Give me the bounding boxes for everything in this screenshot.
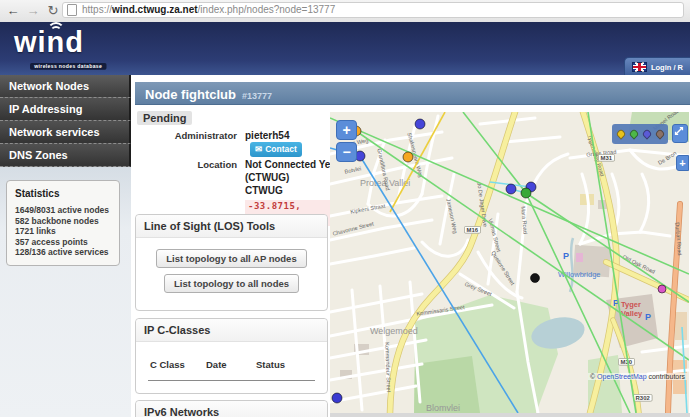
ipc-columns: C ClassDateStatus (150, 354, 327, 372)
ip-c-classes-panel: IP C-Classes C ClassDateStatus (135, 318, 328, 394)
marker-legend-toolbar[interactable] (612, 124, 668, 144)
ipc-column-header: Date (206, 359, 256, 370)
site-logo[interactable]: wind (14, 26, 84, 59)
table-divider (148, 380, 315, 381)
statistic-item: 1721 links (7, 226, 119, 237)
site-tagline: wireless nodes database (30, 63, 106, 70)
sidebar: Network NodesIP AddressingNetwork servic… (0, 75, 131, 417)
browser-toolbar: ← → ↻ https://wind.ctwug.za.net/index.ph… (0, 0, 690, 23)
url-host: wind.ctwug.za.net (112, 3, 198, 17)
contact-button[interactable]: ✉Contact (250, 142, 302, 157)
page-bottom-edge (330, 413, 690, 417)
statistic-item: 582 backbone nodes (7, 216, 119, 227)
statistics-title: Statistics (7, 186, 119, 205)
reload-icon[interactable]: ↻ (44, 2, 62, 20)
envelope-icon: ✉ (255, 144, 262, 154)
page-icon (67, 4, 77, 16)
url-scheme: https:// (82, 3, 112, 17)
statistics-list: 1649/8031 active nodes582 backbone nodes… (7, 205, 119, 258)
los-tools-panel: Line of Sight (LOS) Tools List topology … (135, 214, 328, 311)
ipv6-networks-title: IPv6 Networks (136, 401, 327, 417)
openstreetmap-link[interactable]: OpenStreetMap (597, 373, 646, 380)
marker-pin-icon[interactable] (615, 128, 626, 139)
field-administrator: Administrator pieterh54✉Contact (137, 129, 337, 157)
ip-c-classes-title: IP C-Classes (136, 319, 327, 342)
sidebar-item-network-services[interactable]: Network services (0, 121, 131, 144)
los-buttons: List topology to all AP nodesList topolo… (136, 249, 327, 293)
zoom-in-button[interactable]: + (336, 120, 357, 140)
add-layer-button[interactable]: + (676, 155, 689, 171)
location-line-1: Not Connected Yet (CTWUG) (245, 158, 337, 184)
map-tiles (330, 112, 689, 413)
node-id: #13777 (242, 91, 272, 101)
login-tab[interactable]: Login / R (624, 57, 690, 76)
sidebar-item-dns-zones[interactable]: DNS Zones (0, 144, 131, 167)
url-path: /index.php/nodes?node=13777 (198, 3, 336, 17)
statistic-item: 357 access points (7, 237, 119, 248)
statistics-panel: Statistics 1649/8031 active nodes582 bac… (6, 180, 120, 266)
zoom-out-button[interactable]: − (336, 142, 357, 162)
los-tools-title: Line of Sight (LOS) Tools (136, 215, 327, 238)
main-content: Node fightclub#13777 Pending Administrat… (131, 75, 690, 417)
node-title-bar: Node fightclub#13777 (135, 82, 690, 105)
site-header: wind wireless nodes database Login / R (0, 22, 690, 75)
login-label: Login / R (651, 63, 683, 72)
field-label: Administrator (137, 129, 245, 157)
marker-pin-icon[interactable] (628, 128, 639, 139)
marker-pin-icon[interactable] (654, 128, 665, 139)
ipv6-networks-panel: IPv6 Networks (135, 400, 328, 417)
sidebar-item-network-nodes[interactable]: Network Nodes (0, 75, 131, 98)
sidebar-menu: Network NodesIP AddressingNetwork servic… (0, 75, 131, 167)
back-arrow-icon[interactable]: ← (4, 2, 22, 20)
uk-flag-icon (632, 62, 647, 72)
expand-icon (673, 125, 685, 137)
statistic-item: 128/136 active services (7, 247, 119, 258)
map-zoom-control: + − (336, 120, 357, 164)
los-button-1[interactable]: List topology to all nodes (164, 274, 299, 293)
ipc-column-header: Status (256, 359, 312, 370)
map-attribution: © OpenStreetMap contributors (588, 373, 687, 380)
address-bar[interactable]: https://wind.ctwug.za.net/index.php/node… (62, 2, 684, 18)
forward-arrow-icon[interactable]: → (24, 2, 42, 20)
page-title: Node fightclub (145, 87, 236, 102)
ipc-column-header: C Class (150, 359, 206, 370)
map[interactable]: Protea ValleiWelgemoedBlomvleiRoos WegBo… (330, 112, 689, 413)
location-line-2: CTWUG (245, 184, 337, 197)
statistic-item: 1649/8031 active nodes (7, 205, 119, 216)
marker-pin-icon[interactable] (641, 128, 652, 139)
sidebar-item-ip-addressing[interactable]: IP Addressing (0, 98, 131, 121)
fullscreen-button[interactable] (672, 124, 688, 143)
los-button-0[interactable]: List topology to all AP nodes (156, 249, 306, 268)
field-value: pieterh54✉Contact (245, 129, 337, 157)
status-badge: Pending (137, 111, 192, 125)
